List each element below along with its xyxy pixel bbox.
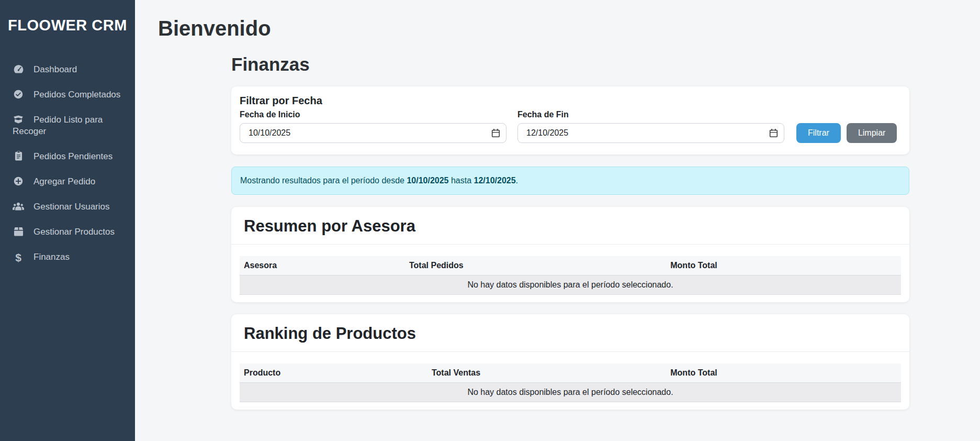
plus-circle-icon [13, 177, 24, 186]
date-filter-card: Filtrar por Fecha Fecha de Inicio Fecha … [231, 86, 909, 155]
productos-table: Producto Total Ventas Monto Total No hay… [240, 363, 901, 402]
clear-button[interactable]: Limpiar [847, 123, 897, 143]
sidebar-item-dashboard[interactable]: Dashboard [0, 57, 135, 82]
column-header-monto-total: Monto Total [666, 256, 901, 275]
start-date-input[interactable] [240, 123, 506, 143]
users-icon [13, 202, 24, 212]
asesora-table: Asesora Total Pedidos Monto Total No hay… [240, 256, 901, 295]
calendar-icon[interactable] [491, 128, 500, 140]
table-header-row: Producto Total Ventas Monto Total [240, 363, 901, 383]
sidebar-item-label: Gestionar Productos [33, 227, 115, 237]
asesora-card-title: Resumen por Asesora [244, 216, 897, 236]
sidebar-item-gestionar-usuarios[interactable]: Gestionar Usuarios [0, 194, 135, 219]
start-date-label: Fecha de Inicio [240, 110, 506, 119]
app-brand: FLOOWER CRM [0, 0, 135, 34]
empty-state-row: No hay datos disponibles para el período… [240, 383, 901, 402]
sidebar-item-pedido-listo[interactable]: Pedido Listo para Recoger [0, 107, 135, 144]
sidebar-item-label: Pedidos Completados [33, 90, 120, 100]
sidebar-item-label: Pedidos Pendientes [33, 151, 112, 161]
column-header-monto-total: Monto Total [666, 363, 901, 383]
sidebar-item-pedidos-pendientes[interactable]: Pedidos Pendientes [0, 144, 135, 169]
sidebar: FLOOWER CRM Dashboard Pedidos Completado… [0, 0, 135, 441]
alert-text-prefix: Mostrando resultados para el período des… [240, 176, 407, 185]
sidebar-item-label: Pedido Listo para Recoger [13, 115, 103, 136]
productos-card-title: Ranking de Productos [244, 324, 897, 344]
sidebar-item-label: Finanzas [33, 252, 70, 262]
alert-text-middle: hasta [449, 176, 474, 185]
sidebar-item-label: Dashboard [33, 64, 77, 74]
table-header-row: Asesora Total Pedidos Monto Total [240, 256, 901, 275]
page-title: Bienvenido [158, 17, 980, 40]
empty-state-row: No hay datos disponibles para el período… [240, 275, 901, 295]
clipboard-icon [13, 151, 24, 161]
column-header-asesora: Asesora [240, 256, 405, 275]
gauge-icon [13, 64, 24, 74]
sidebar-item-agregar-pedido[interactable]: Agregar Pedido [0, 169, 135, 194]
results-period-alert: Mostrando resultados para el período des… [231, 167, 909, 195]
sidebar-item-pedidos-completados[interactable]: Pedidos Completados [0, 82, 135, 107]
sidebar-item-finanzas[interactable]: $Finanzas [0, 245, 135, 270]
sidebar-nav: Dashboard Pedidos Completados Pedido Lis… [0, 57, 135, 270]
alert-start-date: 10/10/2025 [407, 176, 448, 185]
end-date-input[interactable] [517, 123, 784, 143]
sidebar-item-label: Gestionar Usuarios [33, 202, 110, 212]
main-content: Bienvenido Finanzas Filtrar por Fecha Fe… [135, 0, 980, 441]
empty-state-message: No hay datos disponibles para el período… [240, 275, 901, 295]
box-open-icon [13, 114, 24, 124]
calendar-icon[interactable] [769, 128, 778, 140]
column-header-producto: Producto [240, 363, 427, 383]
productos-ranking-card: Ranking de Productos Producto Total Vent… [231, 314, 909, 410]
dollar-icon: $ [13, 252, 24, 262]
empty-state-message: No hay datos disponibles para el período… [240, 383, 901, 402]
end-date-label: Fecha de Fin [517, 110, 784, 119]
asesora-summary-card: Resumen por Asesora Asesora Total Pedido… [231, 207, 909, 302]
column-header-total-ventas: Total Ventas [427, 363, 666, 383]
sidebar-item-gestionar-productos[interactable]: Gestionar Productos [0, 219, 135, 245]
sidebar-item-label: Agregar Pedido [33, 177, 95, 186]
column-header-total-pedidos: Total Pedidos [405, 256, 666, 275]
box-icon [13, 227, 24, 237]
finanzas-section-title: Finanzas [231, 54, 909, 75]
filter-button[interactable]: Filtrar [796, 123, 841, 143]
check-circle-icon [13, 90, 24, 100]
filter-card-title: Filtrar por Fecha [240, 95, 901, 107]
alert-text-suffix: . [516, 176, 518, 185]
alert-end-date: 12/10/2025 [474, 176, 516, 185]
